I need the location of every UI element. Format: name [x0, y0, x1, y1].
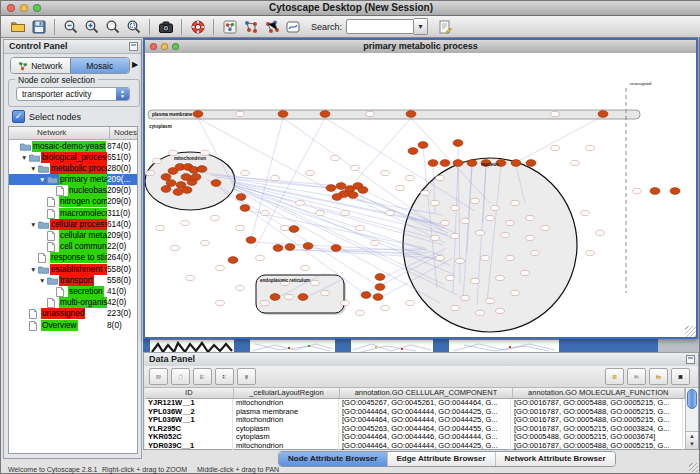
- gene-node[interactable]: [216, 300, 225, 305]
- network-window-titlebar[interactable]: primary metabolic process: [145, 40, 696, 54]
- gene-node[interactable]: [501, 232, 510, 237]
- network-view-window[interactable]: primary metabolic process plasma membran…: [143, 38, 698, 339]
- gene-node[interactable]: [341, 300, 350, 305]
- gene-node[interactable]: [521, 270, 530, 275]
- table-row[interactable]: YPL036W__1mitochondrion[GO:0044464, GO:0…: [145, 416, 685, 425]
- new-attribute-button[interactable]: [171, 368, 190, 385]
- zoom-view-icon[interactable]: [172, 43, 179, 50]
- edge[interactable]: [325, 118, 475, 211]
- selected-gene-node[interactable]: [650, 188, 660, 195]
- selected-gene-node[interactable]: [408, 148, 418, 155]
- tab-network[interactable]: Network: [11, 58, 70, 73]
- gene-node[interactable]: [236, 111, 245, 116]
- table-row[interactable]: YKR052Ccytoplasm[GO:0044464, GO:0044446,…: [145, 433, 685, 442]
- gene-node[interactable]: [201, 240, 210, 245]
- gene-node[interactable]: [551, 145, 560, 150]
- delete-attribute-button[interactable]: [237, 368, 256, 385]
- gene-node[interactable]: [551, 111, 560, 116]
- tab-overflow-icon[interactable]: ▶: [132, 60, 138, 69]
- gene-node[interactable]: [496, 275, 505, 280]
- help-ring-button[interactable]: [187, 17, 208, 37]
- gene-node[interactable]: [321, 290, 330, 295]
- selected-gene-node[interactable]: [511, 160, 521, 167]
- gene-node[interactable]: [366, 111, 375, 116]
- gene-node[interactable]: [541, 225, 550, 230]
- table-row[interactable]: YPL036W__2plasma membrane[GO:0044464, GO…: [145, 408, 685, 417]
- snapshot-button[interactable]: [155, 17, 176, 37]
- zoom-fit-button[interactable]: [102, 17, 123, 37]
- search-dropdown-icon[interactable]: ▼: [414, 18, 428, 35]
- selected-gene-node[interactable]: [670, 188, 680, 195]
- selected-gene-node[interactable]: [298, 294, 308, 301]
- column-header[interactable]: annotation.GO CELLULAR_COMPONENT: [340, 388, 512, 398]
- selected-gene-node[interactable]: [285, 244, 295, 251]
- tab-edge-attribute-browser[interactable]: Edge Attribute Browser: [387, 452, 495, 466]
- selected-gene-node[interactable]: [228, 257, 238, 264]
- gene-node[interactable]: [356, 310, 365, 315]
- gene-node[interactable]: [571, 160, 580, 165]
- gene-node[interactable]: [201, 150, 210, 155]
- selected-gene-node[interactable]: [273, 245, 283, 252]
- gene-node[interactable]: [285, 294, 294, 299]
- selected-gene-node[interactable]: [361, 292, 371, 299]
- selected-gene-node[interactable]: [336, 183, 346, 190]
- selected-gene-node[interactable]: [173, 189, 183, 196]
- color-attribute-select[interactable]: transporter activity ▲▼: [16, 87, 130, 101]
- gene-node[interactable]: [471, 278, 480, 283]
- expander-icon[interactable]: ▼: [39, 275, 45, 286]
- zoom-in-button[interactable]: [81, 17, 102, 37]
- zoom-out-button[interactable]: [60, 17, 81, 37]
- selected-gene-node[interactable]: [326, 185, 336, 192]
- tab-node-attribute-browser[interactable]: Node Attribute Browser: [279, 452, 387, 466]
- search-input[interactable]: [346, 19, 414, 34]
- selected-gene-node[interactable]: [193, 111, 203, 118]
- gene-node[interactable]: [381, 170, 390, 175]
- gene-node[interactable]: [169, 150, 178, 155]
- formula-builder-button[interactable]: f(x): [627, 368, 646, 385]
- tree-row-mosaic-demo-yeast[interactable]: mosaic-demo-yeast874(0): [9, 140, 137, 151]
- gene-node[interactable]: [586, 250, 595, 255]
- tree-row-metabolic-process[interactable]: ▼metabolic process280(0): [9, 162, 137, 173]
- gene-node[interactable]: [506, 220, 515, 225]
- selected-gene-node[interactable]: [278, 111, 288, 118]
- close-window-icon[interactable]: [7, 4, 15, 12]
- gene-node[interactable]: [506, 255, 515, 260]
- gene-node[interactable]: [446, 275, 455, 280]
- column-header[interactable]: ID: [145, 388, 234, 398]
- gene-node[interactable]: [371, 240, 380, 245]
- tree-row-cell-communicat[interactable]: cell communicat22(0): [9, 241, 137, 252]
- tree-row-establishment-of-lo[interactable]: ▼establishment of lo558(0): [9, 263, 137, 274]
- gene-node[interactable]: [431, 200, 440, 205]
- advanced-search-button[interactable]: [434, 17, 455, 37]
- network-overlay-button[interactable]: [261, 17, 282, 37]
- gene-node[interactable]: [281, 225, 290, 230]
- gene-node[interactable]: [296, 200, 305, 205]
- gene-node[interactable]: [331, 155, 340, 160]
- gene-node[interactable]: [261, 210, 270, 215]
- expander-icon[interactable]: ▼: [30, 219, 36, 230]
- gene-node[interactable]: [586, 145, 595, 150]
- gene-node[interactable]: [486, 298, 495, 303]
- select-first-neighbors-button[interactable]: [240, 17, 261, 37]
- plasma-membrane-compartment[interactable]: [148, 110, 640, 119]
- selected-gene-node[interactable]: [270, 294, 280, 301]
- selected-gene-node[interactable]: [467, 160, 477, 167]
- gene-node[interactable]: [491, 205, 500, 210]
- tree-row-cellular-metabo[interactable]: cellular metabo209(0): [9, 230, 137, 241]
- window-titlebar[interactable]: Cytoscape Desktop (New Session): [1, 1, 700, 16]
- selected-gene-node[interactable]: [373, 294, 383, 301]
- gene-node[interactable]: [451, 305, 460, 310]
- tree-row-overview[interactable]: Overview8(0): [9, 319, 137, 330]
- window-resize-grip-icon[interactable]: [689, 463, 698, 472]
- scrollbar-thumb[interactable]: [687, 389, 697, 409]
- selected-gene-node[interactable]: [375, 274, 385, 281]
- tree-row-unassigned[interactable]: unassigned223(0): [9, 308, 137, 319]
- zoom-selected-button[interactable]: [123, 17, 144, 37]
- import-attributes-button[interactable]: [649, 368, 668, 385]
- selected-gene-node[interactable]: [453, 160, 463, 167]
- column-header[interactable]: annotation.GO MOLECULAR_FUNCTION: [513, 388, 685, 398]
- gene-node[interactable]: [351, 165, 360, 170]
- expander-icon[interactable]: ▼: [30, 163, 36, 174]
- background-network-window[interactable]: [150, 339, 234, 353]
- gene-node[interactable]: [633, 188, 642, 193]
